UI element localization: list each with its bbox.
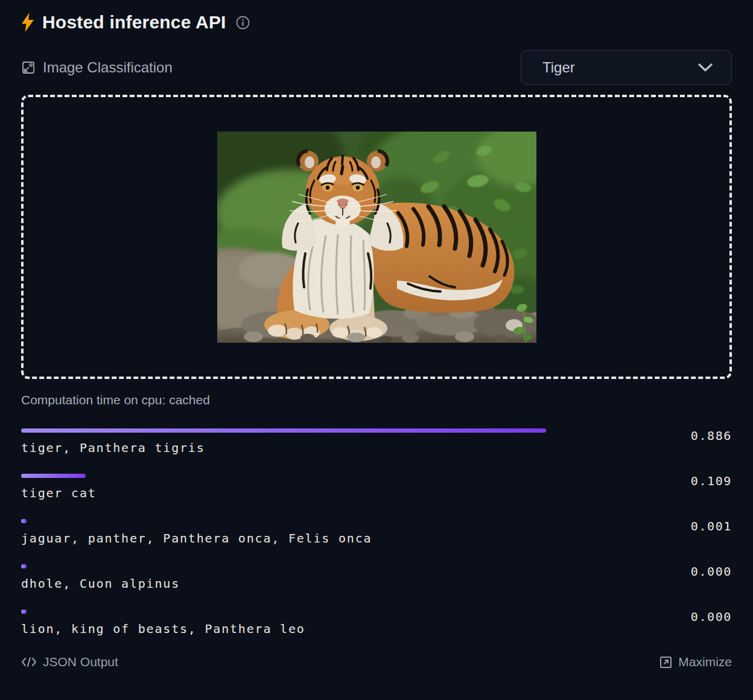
score-bar-track xyxy=(21,474,614,478)
maximize-label: Maximize xyxy=(678,655,732,669)
result-label: tiger, Panthera tigris xyxy=(21,441,614,455)
image-dropzone[interactable] xyxy=(21,95,732,379)
result-row: tiger, Panthera tigris 0.886 xyxy=(21,428,732,455)
hosted-inference-widget: Hosted inference API Image Classificatio… xyxy=(0,0,753,700)
maximize-button[interactable]: Maximize xyxy=(659,655,732,669)
score-bar-track xyxy=(21,519,614,523)
json-output-button[interactable]: JSON Output xyxy=(21,655,118,669)
tiger-photo xyxy=(217,132,536,343)
info-circle-icon xyxy=(236,16,250,30)
result-row: jaguar, panther, Panthera onca, Felis on… xyxy=(21,519,732,546)
score-bar xyxy=(21,519,27,523)
widget-footer: JSON Output Maximize xyxy=(21,655,732,669)
chevron-down-icon xyxy=(697,63,713,72)
example-select-value: Tiger xyxy=(542,59,575,76)
result-label: tiger cat xyxy=(21,486,614,500)
image-classification-icon xyxy=(21,60,36,75)
result-label: lion, king of beasts, Panthera leo xyxy=(21,622,614,636)
result-score: 0.001 xyxy=(614,520,732,533)
score-bar-track xyxy=(21,609,614,614)
score-bar xyxy=(21,474,86,478)
code-icon xyxy=(21,656,37,668)
score-bar-track xyxy=(21,564,614,568)
result-score: 0.109 xyxy=(614,474,732,488)
maximize-icon xyxy=(659,656,672,669)
classification-results: tiger, Panthera tigris 0.886 tiger cat 0… xyxy=(21,428,732,636)
result-label: jaguar, panther, Panthera onca, Felis on… xyxy=(21,531,614,546)
example-select[interactable]: Tiger xyxy=(521,50,732,85)
info-icon[interactable] xyxy=(236,16,250,30)
task-left: Image Classification xyxy=(21,59,173,76)
page-title: Hosted inference API xyxy=(42,12,226,33)
computation-time: Computation time on cpu: cached xyxy=(21,393,732,407)
score-bar-track xyxy=(21,428,614,433)
score-bar xyxy=(21,428,546,433)
widget-header: Hosted inference API xyxy=(21,12,732,33)
result-row: dhole, Cuon alpinus 0.000 xyxy=(21,564,732,591)
result-score: 0.000 xyxy=(614,610,732,624)
result-score: 0.886 xyxy=(614,429,732,443)
task-label: Image Classification xyxy=(43,59,173,76)
score-bar xyxy=(21,564,27,568)
result-row: lion, king of beasts, Panthera leo 0.000 xyxy=(21,609,732,636)
result-score: 0.000 xyxy=(614,565,732,579)
lightning-bolt-icon xyxy=(21,13,34,32)
result-row: tiger cat 0.109 xyxy=(21,474,732,500)
json-output-label: JSON Output xyxy=(43,655,118,669)
result-label: dhole, Cuon alpinus xyxy=(21,576,614,591)
task-row: Image Classification Tiger xyxy=(21,50,732,85)
score-bar xyxy=(21,609,27,614)
